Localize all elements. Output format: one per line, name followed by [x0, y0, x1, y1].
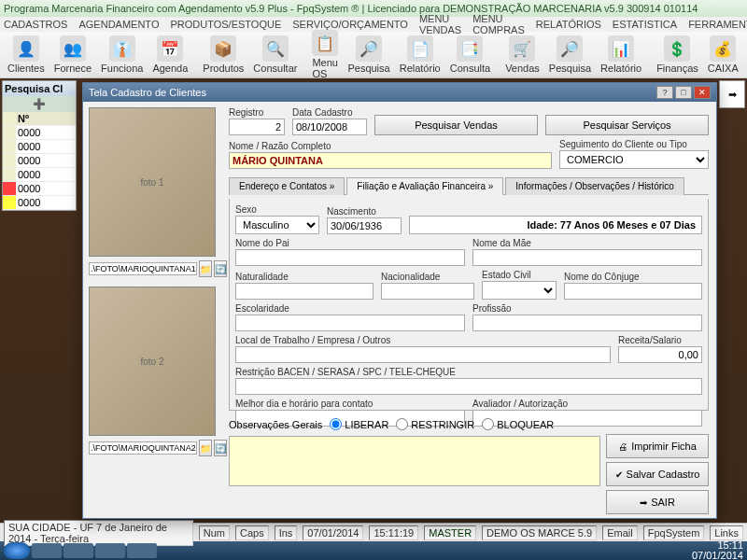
task-item[interactable]	[95, 543, 125, 558]
list-row[interactable]: 0000	[3, 126, 76, 140]
add-icon[interactable]: ➕	[3, 96, 76, 112]
status-demo: DEMO OS MARCE 5.9	[482, 525, 597, 540]
list-row[interactable]: 0000	[3, 182, 76, 196]
toolbar-relatório[interactable]: 📄Relatório	[396, 34, 444, 76]
avaliador-label: Avaliador / Autorização	[472, 399, 702, 409]
list-row[interactable]: 0000	[3, 196, 76, 210]
list-row[interactable]: 0000	[3, 154, 76, 168]
search-panel-title: Pesquisa Cl	[3, 81, 76, 96]
naturalidade-label: Naturalidade	[235, 272, 374, 282]
statusbar: SUA CIDADE - UF 7 de Janeiro de 2014 - T…	[0, 523, 747, 541]
menubar: CADASTROS AGENDAMENTO PRODUTOS/ESTOQUE S…	[0, 17, 747, 32]
menu-relatorios[interactable]: RELATÓRIOS	[536, 19, 601, 30]
escolaridade-field[interactable]	[235, 315, 465, 331]
restricao-field[interactable]	[235, 378, 702, 395]
menu-agendamento[interactable]: AGENDAMENTO	[78, 19, 159, 30]
close-button[interactable]: ✕	[694, 86, 711, 99]
receita-field[interactable]	[618, 346, 702, 363]
system-clock[interactable]: 15:1107/01/2014	[692, 540, 743, 560]
photo2-path[interactable]	[89, 441, 197, 455]
form-column: Registro Data Cadastro Pesquisar Vendas …	[221, 102, 716, 520]
nome-pai-field[interactable]	[235, 249, 465, 266]
search-services-button[interactable]: Pesquisar Serviços	[545, 115, 709, 135]
toolbar-vendas[interactable]: 🛒Vendas	[501, 34, 543, 76]
status-links[interactable]: Links	[710, 525, 743, 540]
sexo-label: Sexo	[235, 204, 319, 215]
escolaridade-label: Escolaridade	[235, 303, 465, 314]
radio-liberar[interactable]	[330, 418, 342, 430]
toolbar-consultar[interactable]: 🔍Consultar	[249, 34, 301, 76]
toolbar-menu os[interactable]: 📋Menu OS	[308, 28, 342, 81]
photo1-path[interactable]	[89, 262, 197, 275]
toolbar-fornece[interactable]: 👥Fornece	[50, 34, 95, 76]
pesquisa-icon: 🔎	[557, 35, 583, 62]
tab-filiacao[interactable]: Filiação e Avaliação Financeira »	[346, 177, 503, 195]
estadocivil-select[interactable]	[482, 281, 557, 300]
datacad-field[interactable]	[292, 119, 367, 135]
seguimento-select[interactable]: COMERCIO	[559, 150, 709, 169]
status-ins: Ins	[275, 525, 298, 540]
menu-vendas[interactable]: MENU VENDAS	[419, 13, 461, 35]
task-item[interactable]	[32, 543, 62, 558]
pesquisa-icon: 🔎	[356, 35, 382, 62]
save-button[interactable]: ✔ Salvar Cadastro	[606, 462, 709, 486]
toolbar-caixa[interactable]: 💰CAIXA	[704, 34, 742, 76]
status-fpq[interactable]: FpqSystem	[643, 525, 705, 540]
tab-endereco[interactable]: Endereço e Contatos »	[229, 177, 345, 195]
toolbar-pesquisa[interactable]: 🔎Pesquisa	[344, 34, 393, 76]
exit-button[interactable]: ➡ SAIR	[606, 490, 709, 514]
search-sales-button[interactable]: Pesquisar Vendas	[374, 115, 538, 135]
relatório-icon: 📄	[407, 35, 433, 62]
main-toolbar: 👤Clientes👥Fornece👔Funciona📅Agenda📦Produt…	[0, 32, 747, 78]
localtrab-field[interactable]	[235, 346, 611, 363]
nome-label: Nome / Razão Completo	[229, 141, 552, 151]
main-area: Pesquisa Cl ➕ Nº 00000000000000000000000…	[0, 78, 747, 523]
tab-content: Sexo Masculino Nascimento Idade: 77 Anos…	[229, 199, 709, 411]
toolbar-funciona[interactable]: 👔Funciona	[97, 34, 147, 76]
photo1-browse-button[interactable]: 📁	[199, 260, 212, 277]
status-master: MASTER	[424, 525, 476, 540]
list-row[interactable]: 0000	[3, 140, 76, 154]
toolbar-relatório[interactable]: 📊Relatório	[597, 34, 645, 76]
toolbar-clientes[interactable]: 👤Clientes	[4, 34, 49, 76]
toolbar-finanças[interactable]: 💲Finanças	[653, 34, 702, 76]
finanças-icon: 💲	[664, 35, 690, 62]
obs-textarea[interactable]	[229, 436, 600, 486]
menu-ferramentas[interactable]: FERRAMENTAS	[688, 19, 747, 30]
task-item[interactable]	[127, 543, 157, 558]
nacionalidade-field[interactable]	[381, 283, 474, 300]
toolbar-consulta[interactable]: 📑Consulta	[446, 34, 494, 76]
menu-estatistica[interactable]: ESTATISTICA	[613, 19, 677, 30]
task-item[interactable]	[63, 543, 93, 558]
help-button[interactable]: ?	[656, 86, 673, 99]
conjuge-field[interactable]	[564, 283, 702, 300]
toolbar-produtos[interactable]: 📦Produtos	[199, 34, 247, 76]
clientes-icon: 👤	[13, 35, 39, 62]
menu-produtos[interactable]: PRODUTOS/ESTOQUE	[170, 19, 281, 30]
maximize-button[interactable]: □	[675, 86, 692, 99]
naturalidade-field[interactable]	[235, 283, 374, 300]
sexo-select[interactable]: Masculino	[235, 216, 319, 234]
nacionalidade-label: Nacionalidade	[381, 272, 474, 282]
list-row[interactable]: 0000	[3, 168, 76, 182]
toolbar-pesquisa[interactable]: 🔎Pesquisa	[545, 34, 595, 76]
menu-cadastros[interactable]: CADASTROS	[4, 19, 67, 30]
nome-field[interactable]	[229, 152, 552, 169]
nome-mae-field[interactable]	[472, 249, 702, 266]
registro-field[interactable]	[229, 119, 285, 135]
start-button[interactable]	[4, 542, 30, 559]
profissao-field[interactable]	[472, 315, 702, 331]
right-arrow-button[interactable]: ➡	[719, 80, 745, 108]
registro-label: Registro	[229, 107, 285, 118]
photo2-browse-button[interactable]: 📁	[199, 440, 212, 456]
status-date: 07/01/2014	[303, 525, 363, 540]
menu-compras[interactable]: MENU COMPRAS	[472, 13, 525, 35]
restricao-label: Restrição BACEN / SERASA / SPC / TELE-CH…	[235, 367, 702, 377]
toolbar-agenda[interactable]: 📅Agenda	[148, 34, 191, 76]
status-email[interactable]: Email	[602, 525, 638, 540]
print-button[interactable]: 🖨 Imprimir Ficha	[606, 434, 709, 458]
nascimento-field[interactable]	[327, 217, 402, 234]
tab-informacoes[interactable]: Informações / Observações / Histórico	[505, 177, 684, 195]
radio-restringir[interactable]	[396, 418, 408, 430]
radio-bloquear[interactable]	[482, 418, 494, 430]
